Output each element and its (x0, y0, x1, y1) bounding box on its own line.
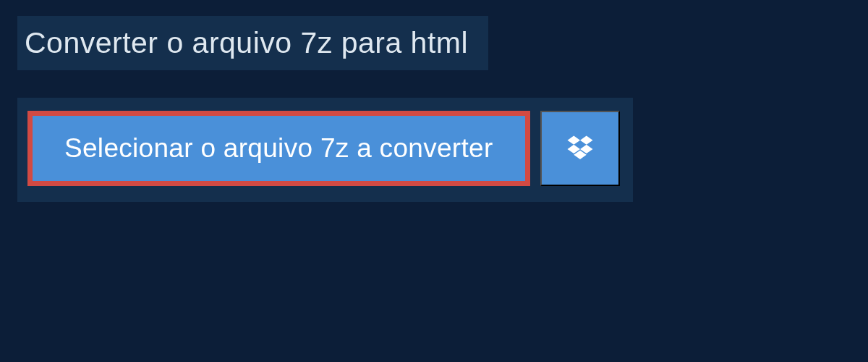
button-row: Selecionar o arquivo 7z a converter (17, 98, 633, 202)
header-bar: Converter o arquivo 7z para html (17, 16, 488, 70)
main-container: Converter o arquivo 7z para html Selecio… (0, 0, 868, 218)
dropbox-button[interactable] (540, 111, 620, 186)
dropbox-icon (565, 133, 595, 164)
page-title: Converter o arquivo 7z para html (25, 26, 468, 60)
select-file-button[interactable]: Selecionar o arquivo 7z a converter (27, 111, 530, 186)
